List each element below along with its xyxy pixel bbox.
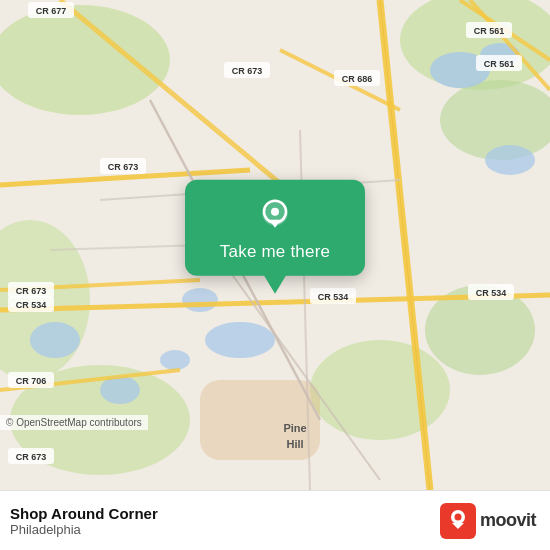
- svg-point-60: [271, 208, 279, 216]
- svg-point-64: [454, 513, 461, 520]
- moovit-icon: [440, 503, 476, 539]
- svg-point-15: [182, 288, 218, 312]
- svg-text:Hill: Hill: [286, 438, 303, 450]
- svg-point-14: [205, 322, 275, 358]
- svg-text:CR 561: CR 561: [474, 26, 505, 36]
- svg-text:CR 673: CR 673: [232, 66, 263, 76]
- location-info: Shop Around Corner Philadelphia: [10, 505, 158, 537]
- svg-text:CR 673: CR 673: [108, 162, 139, 172]
- svg-text:CR 706: CR 706: [16, 376, 47, 386]
- place-city: Philadelphia: [10, 522, 158, 537]
- place-name: Shop Around Corner: [10, 505, 158, 522]
- svg-text:Pine: Pine: [283, 422, 306, 434]
- svg-point-16: [160, 350, 190, 370]
- svg-point-6: [310, 340, 450, 440]
- popup-card[interactable]: Take me there: [185, 180, 365, 276]
- moovit-text: moovit: [480, 510, 536, 531]
- svg-text:CR 677: CR 677: [36, 6, 67, 16]
- svg-text:CR 673: CR 673: [16, 286, 47, 296]
- svg-text:CR 534: CR 534: [16, 300, 47, 310]
- moovit-logo[interactable]: moovit: [440, 503, 536, 539]
- svg-text:CR 534: CR 534: [318, 292, 349, 302]
- location-pin-icon: [256, 198, 294, 236]
- svg-point-12: [30, 322, 80, 358]
- svg-text:CR 673: CR 673: [16, 452, 47, 462]
- take-me-there-button[interactable]: Take me there: [220, 242, 330, 262]
- svg-text:CR 561: CR 561: [484, 59, 515, 69]
- svg-text:CR 686: CR 686: [342, 74, 373, 84]
- map-copyright: © OpenStreetMap contributors: [0, 415, 148, 430]
- map-container: CR 677 CR 673 CR 673 CR 534 CR 534 CR 53…: [0, 0, 550, 490]
- svg-text:CR 534: CR 534: [476, 288, 507, 298]
- svg-point-11: [485, 145, 535, 175]
- bottom-bar: Shop Around Corner Philadelphia moovit: [0, 490, 550, 550]
